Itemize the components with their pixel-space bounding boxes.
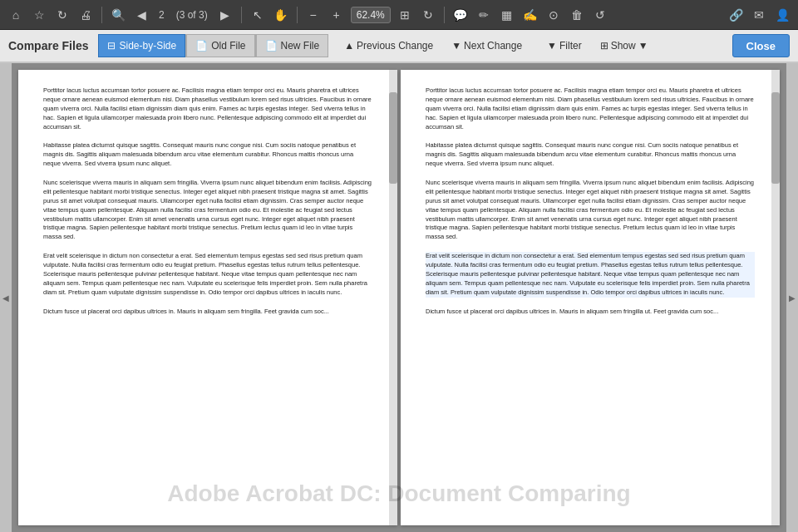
right-scrollbar-track[interactable] <box>771 70 780 525</box>
right-para-2: Habitasse platea dictumst quisque sagitt… <box>426 141 755 169</box>
previous-change-label: Previous Change <box>357 40 433 52</box>
next-page-icon[interactable]: ▶ <box>216 6 234 24</box>
compare-toolbar: Compare Files ⊟ Side-by-Side 📄 Old File … <box>0 30 798 63</box>
pen-icon[interactable]: ✏ <box>475 6 493 24</box>
comment-icon[interactable]: 💬 <box>451 6 470 24</box>
left-para-1: Porttitor lacus luctus accumsan tortor p… <box>43 86 372 131</box>
right-scrollbar-thumb[interactable] <box>771 92 780 184</box>
side-by-side-icon: ⊟ <box>107 40 116 52</box>
top-toolbar: ⌂ ☆ ↻ 🖨 🔍 ◀ 2 (3 of 3) ▶ ↖ ✋ − + 62.4% ⊞… <box>0 0 798 30</box>
compare-title: Compare Files <box>8 39 88 52</box>
separator-4 <box>444 7 445 23</box>
zoom-in-icon[interactable]: + <box>328 6 346 24</box>
separator-2 <box>241 7 242 23</box>
page-number: 2 <box>155 7 168 22</box>
show-button[interactable]: ⊞ Show ▼ <box>591 34 658 57</box>
next-change-button[interactable]: ▼ Next Change <box>442 34 531 57</box>
new-file-icon: 📄 <box>265 40 278 52</box>
hand-tool-icon[interactable]: ✋ <box>272 6 290 24</box>
filter-icon: ▼ <box>547 40 557 52</box>
old-file-icon: 📄 <box>195 40 208 52</box>
old-file-panel: Porttitor lacus luctus accumsan tortor p… <box>18 70 397 525</box>
old-file-label: Old File <box>211 40 245 52</box>
zoom-out-icon[interactable]: − <box>304 6 323 24</box>
main-content: ◀ Porttitor lacus luctus accumsan tortor… <box>0 63 798 532</box>
filter-label: Filter <box>559 40 582 52</box>
right-para-1: Porttitor lacus luctus accumsan tortor p… <box>426 86 755 131</box>
print-icon[interactable]: 🖨 <box>76 6 95 24</box>
mail-icon[interactable]: ✉ <box>750 6 768 24</box>
cursor-icon[interactable]: ↖ <box>249 6 267 24</box>
left-scrollbar-thumb[interactable] <box>389 92 397 184</box>
new-file-panel: Porttitor lacus luctus accumsan tortor p… <box>401 70 780 525</box>
old-file-content: Porttitor lacus luctus accumsan tortor p… <box>18 70 397 525</box>
separator-3 <box>297 7 298 23</box>
side-by-side-label: Side-by-Side <box>119 40 176 52</box>
new-file-label: New File <box>281 40 320 52</box>
next-change-icon: ▼ <box>451 40 461 52</box>
left-para-4: Erat velit scelerisque in dictum non con… <box>43 252 372 297</box>
right-para-5: Dictum fusce ut placerat orci dapibus ul… <box>426 308 755 317</box>
left-scrollbar-track[interactable] <box>389 70 397 525</box>
star-icon[interactable]: ☆ <box>30 6 48 24</box>
page-total: (3 of 3) <box>173 7 211 22</box>
show-icon: ⊞ <box>600 40 608 52</box>
prev-change-icon: ▲ <box>344 40 354 52</box>
home-icon[interactable]: ⌂ <box>7 6 25 24</box>
new-file-content: Porttitor lacus luctus accumsan tortor p… <box>401 70 780 525</box>
left-para-5: Dictum fusce ut placerat orci dapibus ul… <box>43 308 372 317</box>
rotate-icon[interactable]: ↻ <box>419 6 437 24</box>
left-para-2: Habitasse platea dictumst quisque sagitt… <box>43 141 372 169</box>
close-button[interactable]: Close <box>732 34 790 57</box>
zoom-magnify-icon[interactable]: 🔍 <box>109 6 127 24</box>
old-file-button[interactable]: 📄 Old File <box>186 34 254 57</box>
refresh-icon[interactable]: ↻ <box>53 6 71 24</box>
sign-icon[interactable]: ✍ <box>521 6 539 24</box>
zoom-level[interactable]: 62.4% <box>351 7 391 23</box>
show-dropdown-icon: ▼ <box>638 40 648 52</box>
separator-1 <box>101 7 102 23</box>
new-file-button[interactable]: 📄 New File <box>256 34 329 57</box>
prev-page-icon[interactable]: ◀ <box>132 6 150 24</box>
stamp-icon[interactable]: ⊙ <box>544 6 563 24</box>
right-para-4: Erat velit scelerisque in dictum non con… <box>426 252 755 297</box>
show-label: Show <box>611 40 636 52</box>
right-para-3: Nunc scelerisque viverra mauris in aliqu… <box>426 179 755 242</box>
delete-icon[interactable]: 🗑 <box>568 6 586 24</box>
highlight-icon[interactable]: ▦ <box>498 6 516 24</box>
right-side-tab[interactable]: ▶ <box>786 63 798 532</box>
link-icon[interactable]: 🔗 <box>727 6 745 24</box>
panels-container: Porttitor lacus luctus accumsan tortor p… <box>12 63 786 532</box>
next-change-label: Next Change <box>464 40 522 52</box>
left-para-3: Nunc scelerisque viverra mauris in aliqu… <box>43 179 372 242</box>
previous-change-button[interactable]: ▲ Previous Change <box>335 34 442 57</box>
undo-icon[interactable]: ↺ <box>591 6 609 24</box>
fit-page-icon[interactable]: ⊞ <box>396 6 414 24</box>
left-side-tab[interactable]: ◀ <box>0 63 12 532</box>
profile-icon[interactable]: 👤 <box>773 6 791 24</box>
side-by-side-button[interactable]: ⊟ Side-by-Side <box>98 34 185 57</box>
filter-button[interactable]: ▼ Filter <box>538 34 591 57</box>
